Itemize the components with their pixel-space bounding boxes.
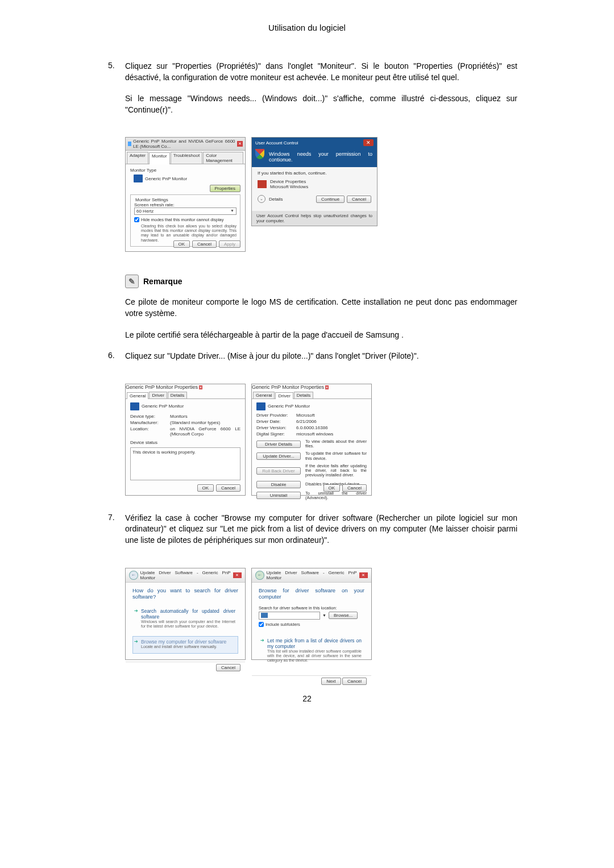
close-icon[interactable]: ✕ [363, 139, 374, 146]
option-let-me-pick[interactable]: ➔ Let me pick from a list of device driv… [259, 635, 364, 667]
rollback-driver-desc: If the device fails after updating the d… [305, 464, 367, 478]
apply-button[interactable]: Apply [219, 240, 240, 248]
uac-subtext: If you started this action, continue. [258, 171, 371, 176]
app-icon [258, 180, 267, 188]
chevron-down-icon[interactable]: ⌄ [258, 195, 265, 203]
rollback-driver-button[interactable]: Roll Back Driver [256, 467, 301, 475]
tab-general[interactable]: General [253, 392, 275, 398]
close-icon[interactable]: ✕ [199, 385, 202, 389]
tab-details[interactable]: Details [294, 392, 313, 398]
option-desc: Windows will search your computer and th… [141, 620, 235, 629]
uac-body: If you started this action, continue. De… [252, 167, 377, 211]
cancel-button[interactable]: Cancel [347, 196, 371, 203]
step-body: Cliquez sur "Properties (Propriétés)" da… [125, 61, 517, 126]
step5-text2: Si le message "Windows needs... (Windows… [125, 93, 517, 115]
tab-troubleshoot[interactable]: Troubleshoot [171, 152, 202, 164]
uac-app-name: Device Properties [270, 179, 308, 184]
tab-driver[interactable]: Driver [149, 392, 167, 398]
wizard-body: Browse for driver software on your compu… [252, 583, 371, 675]
uac-details-label[interactable]: Details [269, 197, 283, 202]
close-icon[interactable]: ✕ [359, 572, 368, 578]
screenshot-row-2: Generic PnP Monitor Properties ✕ General… [125, 384, 517, 496]
option-browse-computer[interactable]: ➔ Browse my computer for driver software… [132, 636, 238, 653]
hide-modes-label: Hide modes that this monitor cannot disp… [141, 217, 224, 222]
refresh-rate-label: Screen refresh rate: [134, 202, 237, 207]
cancel-button[interactable]: Cancel [342, 678, 367, 685]
note-text-1: Ce pilote de moniteur comporte le logo M… [125, 297, 517, 319]
tab-driver[interactable]: Driver [275, 392, 293, 399]
refresh-rate-dropdown[interactable]: 60 Hertz ▼ [134, 207, 237, 215]
device-name: Generic PnP Monitor [142, 404, 184, 409]
step-body: Vérifiez la case à cocher "Browse my com… [125, 513, 517, 556]
wizard-body: How do you want to search for driver sof… [126, 583, 245, 662]
back-icon[interactable]: ← [129, 571, 138, 580]
continue-button[interactable]: Continue [316, 196, 345, 203]
signer-label: Digital Signer: [256, 431, 296, 437]
wizard-footer: Cancel [126, 662, 245, 672]
tab-strip: Adapter Monitor Troubleshoot Color Manag… [126, 151, 245, 164]
document-page: Utilisation du logiciel 5. Cliquez sur "… [0, 0, 614, 726]
tab-adapter[interactable]: Adapter [127, 152, 148, 164]
close-icon[interactable]: ✕ [325, 385, 329, 389]
monitor-type-label: Monitor Type [130, 168, 240, 173]
update-driver-wizard-1: ← Update Driver Software - Generic PnP M… [125, 568, 246, 660]
chevron-down-icon: ▼ [322, 613, 326, 617]
ok-button[interactable]: OK [323, 484, 341, 492]
note-text-2: Le pilote certifié sera téléchargeable à… [125, 330, 517, 341]
date-value: 6/21/2006 [296, 419, 317, 424]
next-button[interactable]: Next [321, 678, 341, 685]
tab-general[interactable]: General [127, 392, 148, 399]
close-icon[interactable]: ✕ [233, 572, 242, 578]
location-field[interactable] [259, 612, 320, 620]
update-driver-button[interactable]: Update Driver... [256, 452, 301, 460]
option-search-auto[interactable]: ➔ Search automatically for updated drive… [132, 605, 238, 633]
device-type-value: Monitors [170, 414, 188, 419]
include-subfolders-checkbox[interactable] [259, 622, 264, 627]
dialog-titlebar: Generic PnP Monitor Properties ✕ [126, 384, 245, 391]
step-body: Cliquez sur "Update Driver... (Mise à jo… [125, 351, 517, 372]
driver-details-button[interactable]: Driver Details [256, 441, 301, 448]
uac-titlebar: User Account Control ✕ [252, 138, 377, 148]
cancel-button[interactable]: Cancel [216, 484, 240, 492]
cancel-button[interactable]: Cancel [192, 240, 217, 248]
dialog-title: Generic PnP Monitor Properties [252, 384, 324, 390]
window-icon [128, 142, 131, 146]
dialog-titlebar: Generic PnP Monitor and NVIDIA GeForce 6… [126, 138, 245, 151]
cancel-button[interactable]: Cancel [216, 664, 240, 671]
wizard-heading: How do you want to search for driver sof… [132, 587, 238, 600]
uac-footer: User Account Control helps stop unauthor… [252, 211, 377, 226]
location-label: Location: [130, 426, 170, 437]
uninstall-button[interactable]: Uninstall [256, 492, 301, 499]
note-heading-text: Remarque [143, 277, 182, 286]
hide-modes-checkbox[interactable] [134, 217, 139, 222]
tab-details[interactable]: Details [168, 392, 187, 398]
note-text: Ce pilote de moniteur comporte le logo M… [108, 297, 517, 340]
step-7: 7. Vérifiez la case à cocher "Browse my … [108, 513, 517, 556]
uac-app-publisher: Microsoft Windows [270, 184, 308, 189]
signer-value: microsoft windows [296, 431, 333, 437]
cancel-button[interactable]: Cancel [342, 484, 367, 492]
uac-details-row: ⌄ Details Continue Cancel [258, 195, 371, 203]
uac-title-text: User Account Control [255, 140, 298, 146]
back-icon[interactable]: ← [255, 571, 264, 580]
dialog-title: Generic PnP Monitor Properties [126, 384, 198, 390]
option-title: Browse my computer for driver software [141, 639, 235, 645]
ok-button[interactable]: OK [173, 240, 190, 248]
provider-label: Driver Provider: [256, 413, 296, 418]
close-icon[interactable]: ✕ [237, 141, 243, 147]
tab-monitor[interactable]: Monitor [149, 152, 170, 164]
tab-color-management[interactable]: Color Management [203, 152, 243, 164]
dialog-button-row: OK Cancel [197, 484, 240, 492]
arrow-icon: ➔ [260, 638, 264, 643]
include-subfolders-row: Include subfolders [259, 622, 364, 627]
refresh-rate-value: 60 Hertz [136, 209, 154, 214]
browse-button[interactable]: Browse... [329, 612, 358, 619]
properties-button[interactable]: Properties [210, 185, 240, 192]
monitor-properties-dialog: Generic PnP Monitor and NVIDIA GeForce 6… [125, 137, 246, 252]
update-driver-wizard-2: ← Update Driver Software - Generic PnP M… [251, 568, 372, 660]
option-title: Let me pick from a list of device driver… [267, 638, 362, 649]
page-number: 22 [0, 694, 614, 703]
ok-button[interactable]: OK [197, 484, 214, 492]
disable-button[interactable]: Disable [256, 481, 301, 488]
arrow-icon: ➔ [134, 639, 138, 644]
